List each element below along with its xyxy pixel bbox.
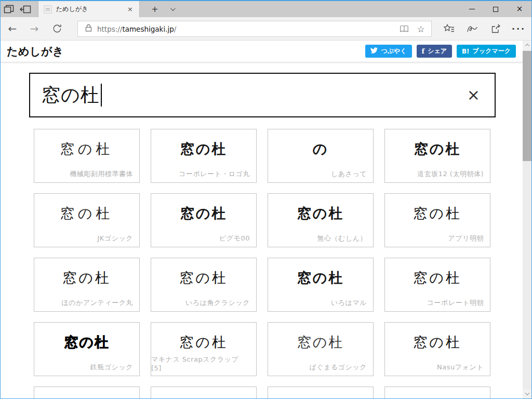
url-scheme: https:// [97,25,122,33]
font-name-label: 道玄坂12 (太明朝体) [417,169,484,179]
font-card[interactable]: 窓の杜 ばぐまるゴシック [268,322,374,376]
tab-list-chevron-icon[interactable] [165,1,179,17]
more-menu-icon[interactable]: ··· [507,17,530,40]
social-buttons: つぶやく f シェア B! ブックマーク [365,45,516,58]
url-bar[interactable]: https://tameshigaki.jp/ ☆ [77,21,432,37]
font-card[interactable]: 窓の杜 機械彫刻用標準書体 [34,129,140,183]
search-value: 窓の杜 [42,83,100,108]
reading-view-icon[interactable] [397,22,411,36]
font-preview-text: 窓の杜 [151,129,256,169]
ink-notes-icon[interactable] [460,17,484,40]
new-tab-button[interactable]: + [147,1,163,17]
minimize-button[interactable] [460,1,484,17]
site-title: ためしがき [7,44,64,59]
font-name-label: アプリ明朝 [448,234,484,243]
search-input[interactable]: 窓の杜 × [29,73,496,117]
font-name-label: いろは角クラシック [185,298,250,308]
share-icon[interactable] [484,17,507,40]
url-domain: tameshigaki.jp [122,25,174,33]
window-controls: × [460,1,531,17]
font-preview-text: 窓の杜 [385,258,490,298]
font-preview-text: の [268,129,373,169]
facebook-share-button[interactable]: f シェア [417,45,452,58]
font-name-label: 無心（むしん） [317,234,367,243]
facebook-icon: f [422,47,425,55]
facebook-share-label: シェア [428,47,447,56]
vertical-scrollbar[interactable] [523,41,531,398]
tab-close-icon[interactable]: × [125,4,135,14]
font-card[interactable]: 窓の杜 コーポレート・ロゴ丸 [151,129,257,183]
font-card[interactable]: 窓の杜 Nasuフォント [384,322,490,376]
font-name-label: コーポレート・ロゴ丸 [179,169,250,179]
tab-title: ためしがき [56,5,121,14]
font-name-label: JKゴシック [97,234,133,243]
hub-favorites-icon[interactable] [437,17,460,40]
font-name-label: コーポレート明朝 [427,298,484,308]
font-name-label: ばぐまるゴシック [310,363,367,372]
page-viewport: ためしがき つぶやく f シェア B! ブックマーク [1,41,531,398]
font-preview-text: 窓の杜 [34,323,139,362]
font-name-label: しあさって [331,169,367,179]
font-card[interactable]: 窓の杜 無心（むしん） [268,193,374,247]
font-preview-text: 窓の杜 [34,194,139,233]
font-name-label: 機械彫刻用標準書体 [70,169,134,179]
hatena-bookmark-label: ブックマーク [473,47,511,56]
font-name-label: Nasuフォント [437,363,484,372]
tweet-button-label: つぶやく [381,47,406,56]
browser-tab[interactable]: ためしがき × [38,1,140,17]
scrollbar-up-icon[interactable] [523,41,531,50]
font-card[interactable]: 窓の杜 コーポレート明朝 [384,258,490,312]
back-button[interactable]: ← [2,17,23,40]
set-tabs-aside-icon[interactable] [1,1,17,17]
font-card[interactable]: 窓の杜 ピグモ00 [151,193,257,247]
font-card[interactable]: 窓の杜 道玄坂12 (太明朝体) [384,129,490,183]
font-card[interactable]: 窓の杜 いろは角クラシック [151,258,257,312]
font-name-label: ほのかアンティーク丸 [62,298,133,308]
font-preview-text: 窓の杜 [34,129,139,169]
browser-window: ためしがき × + × ← → https: [0,0,532,399]
add-favorite-star-icon[interactable]: ☆ [414,22,428,36]
font-preview-text: 窓の杜 [268,194,373,233]
hatena-bookmark-button[interactable]: B! ブックマーク [457,45,516,58]
page-content: 窓の杜 × 窓の杜 機械彫刻用標準書体 窓の杜 コーポレート・ロゴ丸 の しあさ… [1,62,524,398]
scrollbar-thumb[interactable] [523,51,531,161]
font-card[interactable]: 窓の杜 鉄瓶ゴシック [34,322,140,376]
clear-search-icon[interactable]: × [465,85,482,105]
font-card[interactable]: 窓の杜 マキナス Scrapスクラップ [5] [151,322,257,376]
tab-preview-icon[interactable] [17,1,34,17]
refresh-icon[interactable] [46,17,68,40]
tweet-button[interactable]: つぶやく [365,45,411,58]
url-path: / [174,25,177,33]
font-card[interactable] [34,387,140,398]
font-name-label: 鉄瓶ゴシック [90,363,133,372]
font-preview-text: 窓の杜 [268,323,373,362]
browser-toolbar: ← → https://tameshigaki.jp/ [1,17,531,41]
site-header: ためしがき つぶやく f シェア B! ブックマーク [1,41,531,62]
twitter-icon [370,47,378,55]
font-card-grid: 窓の杜 機械彫刻用標準書体 窓の杜 コーポレート・ロゴ丸 の しあさって 窓の杜… [34,129,490,398]
font-preview-text: 窓の杜 [151,258,256,298]
font-name-label: いろはマル [331,298,367,308]
font-preview-text: 窓の杜 [34,258,139,298]
maximize-button[interactable] [484,1,508,17]
scrollbar-down-icon[interactable] [523,389,531,398]
font-card[interactable] [384,387,490,398]
font-card[interactable] [268,387,374,398]
text-caret [101,84,102,107]
font-card[interactable]: 窓の杜 いろはマル [268,258,374,312]
forward-button[interactable]: → [23,17,45,40]
font-card[interactable]: 窓の杜 ほのかアンティーク丸 [34,258,140,312]
font-preview-text: 窓の杜 [385,194,490,233]
font-card[interactable] [151,387,257,398]
url-text: https://tameshigaki.jp/ [97,25,397,33]
hatena-icon: B! [462,48,470,55]
font-card[interactable]: 窓の杜 JKゴシック [34,193,140,247]
font-preview-text: 窓の杜 [268,258,373,298]
close-button[interactable]: × [508,1,531,17]
font-card[interactable]: の しあさって [268,129,374,183]
font-name-label: ピグモ00 [219,234,250,243]
tab-strip: ためしがき × + × [1,1,531,17]
font-card[interactable]: 窓の杜 アプリ明朝 [384,193,490,247]
font-preview-text: 窓の杜 [385,129,490,169]
tab-favicon [44,5,52,14]
